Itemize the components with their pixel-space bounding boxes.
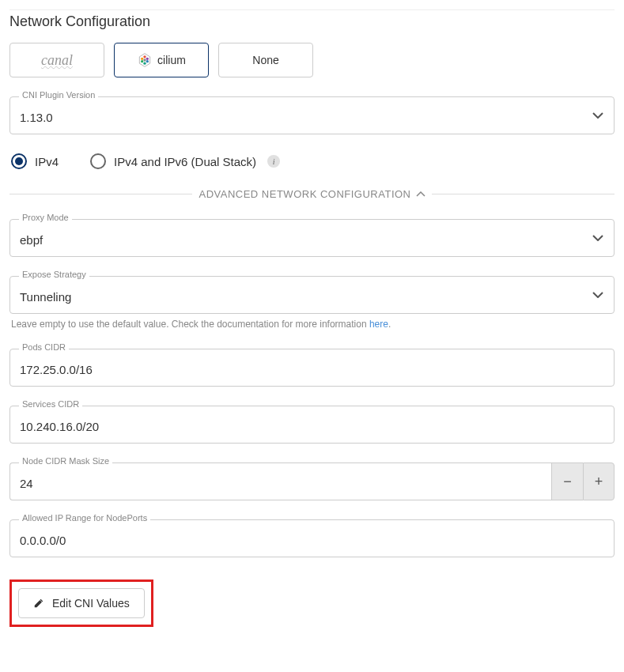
pods-cidr-label: Pods CIDR <box>19 342 69 352</box>
proxy-mode-label: Proxy Mode <box>19 213 72 222</box>
stepper-decrement[interactable]: − <box>551 462 583 500</box>
svg-point-5 <box>146 60 149 62</box>
cni-version-field: CNI Plugin Version <box>9 96 615 134</box>
radio-circle-dual <box>90 153 106 169</box>
info-icon[interactable]: i <box>267 155 280 168</box>
pods-cidr-input[interactable] <box>9 349 615 387</box>
radio-label-dual: IPv4 and IPv6 (Dual Stack) <box>114 155 256 168</box>
edit-cni-button[interactable]: Edit CNI Values <box>18 588 145 618</box>
radio-ipv4[interactable]: IPv4 <box>11 153 59 169</box>
svg-point-6 <box>143 62 146 65</box>
pods-cidr-field: Pods CIDR <box>9 349 615 387</box>
expose-strategy-select[interactable] <box>9 276 615 314</box>
section-title: Network Configuration <box>9 9 615 30</box>
services-cidr-field: Services CIDR <box>9 406 615 444</box>
allowed-ip-field: Allowed IP Range for NodePorts <box>9 519 615 557</box>
svg-point-4 <box>141 60 143 62</box>
expose-strategy-label: Expose Strategy <box>19 270 89 279</box>
ip-stack-radio-group: IPv4 IPv4 and IPv6 (Dual Stack) i <box>9 153 615 169</box>
cilium-icon <box>137 52 153 68</box>
advanced-header-label: ADVANCED NETWORK CONFIGURATION <box>199 188 410 200</box>
cni-version-label: CNI Plugin Version <box>19 90 98 100</box>
proxy-mode-field: Proxy Mode <box>9 219 615 257</box>
node-cidr-mask-input[interactable] <box>9 462 551 500</box>
radio-label-ipv4: IPv4 <box>35 155 59 168</box>
chevron-up-icon <box>416 191 425 197</box>
radio-dual-stack[interactable]: IPv4 and IPv6 (Dual Stack) i <box>90 153 280 169</box>
svg-point-2 <box>141 58 143 60</box>
proxy-mode-select[interactable] <box>9 219 615 257</box>
cni-option-none[interactable]: None <box>218 43 313 77</box>
node-cidr-mask-field: Node CIDR Mask Size − + <box>9 462 615 500</box>
allowed-ip-input[interactable] <box>9 519 615 557</box>
svg-point-3 <box>146 58 149 60</box>
svg-point-1 <box>143 55 146 58</box>
radio-circle-ipv4 <box>11 153 27 169</box>
services-cidr-input[interactable] <box>9 406 615 444</box>
cni-version-select[interactable] <box>9 96 615 134</box>
edit-cni-label: Edit CNI Values <box>52 597 130 610</box>
stepper-increment[interactable]: + <box>583 462 615 500</box>
none-label: None <box>252 54 278 66</box>
cni-provider-selector: canal cilium None <box>9 43 615 77</box>
services-cidr-label: Services CIDR <box>19 399 82 409</box>
help-link[interactable]: here <box>369 319 388 330</box>
svg-point-7 <box>143 59 146 61</box>
edit-cni-highlight: Edit CNI Values <box>9 580 153 627</box>
node-cidr-mask-label: Node CIDR Mask Size <box>19 456 112 466</box>
advanced-config-toggle[interactable]: ADVANCED NETWORK CONFIGURATION <box>9 188 615 200</box>
cilium-label: cilium <box>157 54 186 66</box>
cni-option-cilium[interactable]: cilium <box>114 43 209 77</box>
expose-strategy-field: Expose Strategy <box>9 276 615 314</box>
allowed-ip-label: Allowed IP Range for NodePorts <box>19 513 150 523</box>
pencil-icon <box>33 598 44 609</box>
cni-option-canal[interactable]: canal <box>9 43 104 77</box>
expose-strategy-help: Leave empty to use the default value. Ch… <box>9 319 615 330</box>
canal-label: canal <box>41 52 73 69</box>
